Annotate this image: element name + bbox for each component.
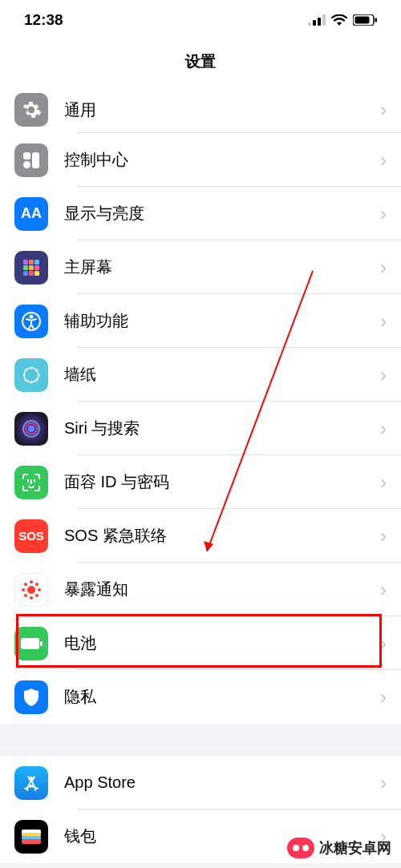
chevron-right-icon: › xyxy=(380,579,387,601)
chevron-right-icon: › xyxy=(380,525,387,547)
row-label: 暴露通知 xyxy=(64,579,380,600)
wifi-icon xyxy=(331,14,347,26)
row-control-center[interactable]: 控制中心 › xyxy=(0,133,401,187)
siri-icon xyxy=(14,412,48,446)
svg-point-26 xyxy=(30,381,33,383)
svg-point-20 xyxy=(30,314,34,318)
cellular-icon xyxy=(308,14,326,26)
svg-rect-7 xyxy=(23,152,30,159)
svg-rect-16 xyxy=(23,271,28,276)
row-face-id-passcode[interactable]: 面容 ID 与密码 › xyxy=(0,455,401,509)
chevron-right-icon: › xyxy=(380,203,387,225)
row-sos[interactable]: SOS SOS 紧急联络 › xyxy=(0,509,401,563)
row-label: Siri 与搜索 xyxy=(64,418,380,439)
row-label: 主屏幕 xyxy=(64,256,380,278)
svg-rect-47 xyxy=(22,839,41,844)
svg-point-24 xyxy=(38,373,40,376)
chevron-right-icon: › xyxy=(380,149,387,172)
svg-rect-3 xyxy=(322,14,326,26)
svg-point-39 xyxy=(35,583,38,586)
svg-point-34 xyxy=(30,580,33,583)
row-label: 辅助功能 xyxy=(64,310,380,332)
chevron-right-icon: › xyxy=(380,632,387,655)
chevron-right-icon: › xyxy=(380,364,387,386)
chevron-right-icon: › xyxy=(380,772,387,794)
row-label: 墙纸 xyxy=(64,364,380,386)
accessibility-icon xyxy=(14,305,48,338)
svg-rect-6 xyxy=(375,18,378,22)
svg-point-23 xyxy=(35,369,38,371)
row-home-screen[interactable]: 主屏幕 › xyxy=(0,240,401,294)
status-bar: 12:38 xyxy=(0,0,401,40)
svg-rect-18 xyxy=(34,271,39,276)
watermark-logo-icon xyxy=(287,838,314,858)
svg-point-32 xyxy=(28,426,34,432)
svg-point-27 xyxy=(25,378,27,381)
appstore-icon xyxy=(14,766,48,800)
svg-rect-43 xyxy=(40,641,43,646)
exposure-icon xyxy=(14,573,48,607)
chevron-right-icon: › xyxy=(380,418,387,440)
svg-rect-11 xyxy=(29,260,34,264)
row-label: App Store xyxy=(64,773,380,792)
svg-rect-15 xyxy=(34,265,39,270)
row-battery[interactable]: 电池 › xyxy=(0,616,401,670)
battery-row-icon xyxy=(14,627,48,660)
chevron-right-icon: › xyxy=(380,471,387,494)
display-icon: AA xyxy=(14,197,48,231)
svg-point-28 xyxy=(23,373,26,376)
status-icons xyxy=(308,14,377,26)
svg-point-35 xyxy=(30,596,33,600)
row-exposure-notifications[interactable]: 暴露通知 › xyxy=(0,563,401,616)
status-time: 12:38 xyxy=(24,11,63,29)
row-label: 控制中心 xyxy=(64,149,380,171)
row-label: 显示与亮度 xyxy=(64,203,380,224)
chevron-right-icon: › xyxy=(380,99,387,121)
row-app-store[interactable]: App Store › xyxy=(0,756,401,809)
home-screen-icon xyxy=(14,251,48,285)
row-siri-search[interactable]: Siri 与搜索 › xyxy=(0,402,401,455)
wallpaper-icon xyxy=(14,358,48,392)
svg-rect-14 xyxy=(29,265,34,270)
svg-rect-5 xyxy=(355,17,370,24)
sos-icon: SOS xyxy=(14,519,48,553)
chevron-right-icon: › xyxy=(380,310,387,333)
wallet-icon xyxy=(14,820,48,854)
settings-group-1: 通用 › 控制中心 › AA 显示与亮度 › 主屏幕 › 辅助功能 › xyxy=(0,87,401,724)
svg-point-40 xyxy=(24,594,27,597)
watermark: 冰糖安卓网 xyxy=(287,838,391,858)
svg-point-41 xyxy=(35,594,38,597)
chevron-right-icon: › xyxy=(380,686,387,709)
svg-rect-1 xyxy=(313,20,316,26)
chevron-right-icon: › xyxy=(380,256,387,279)
row-accessibility[interactable]: 辅助功能 › xyxy=(0,294,401,348)
row-label: SOS 紧急联络 xyxy=(64,525,380,547)
row-wallpaper[interactable]: 墙纸 › xyxy=(0,348,401,402)
svg-rect-8 xyxy=(32,152,39,168)
svg-point-38 xyxy=(24,583,27,586)
page-title: 设置 xyxy=(0,40,401,87)
row-label: 通用 xyxy=(64,99,380,121)
row-label: 隐私 xyxy=(64,686,380,708)
svg-point-22 xyxy=(30,366,33,369)
row-general[interactable]: 通用 › xyxy=(0,87,401,133)
row-display-brightness[interactable]: AA 显示与亮度 › xyxy=(0,187,401,240)
control-center-icon xyxy=(14,143,48,177)
row-label: 电池 xyxy=(64,632,380,654)
watermark-text: 冰糖安卓网 xyxy=(319,838,391,858)
svg-point-36 xyxy=(22,588,25,591)
faceid-icon xyxy=(14,466,48,499)
svg-point-33 xyxy=(27,586,35,594)
row-privacy[interactable]: 隐私 › xyxy=(0,670,401,724)
svg-rect-13 xyxy=(23,265,28,270)
privacy-icon xyxy=(14,680,48,714)
svg-point-37 xyxy=(38,588,41,591)
svg-rect-12 xyxy=(34,260,39,264)
row-label: 面容 ID 与密码 xyxy=(64,471,380,493)
svg-rect-10 xyxy=(23,260,28,264)
battery-icon xyxy=(353,14,377,26)
svg-rect-42 xyxy=(21,638,39,649)
svg-rect-17 xyxy=(29,271,34,276)
gear-icon xyxy=(14,93,48,127)
svg-point-25 xyxy=(35,378,38,381)
